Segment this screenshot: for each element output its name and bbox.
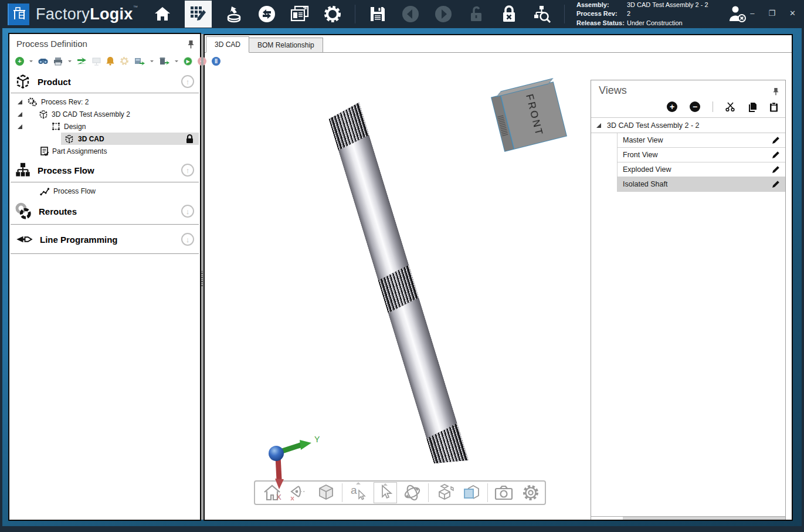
line-programming-section-header[interactable]: Line Programming ↓ [9, 229, 200, 250]
tree-item-assembly[interactable]: 3D CAD Test Assembly 2 [9, 108, 200, 120]
process-definition-button[interactable] [185, 1, 212, 28]
tree-item-part-assignments[interactable]: Part Assignments [9, 145, 200, 157]
panel-splitter[interactable] [201, 34, 203, 520]
views-toolbar: + − [667, 101, 778, 112]
expander-icon[interactable] [18, 124, 22, 129]
viewport-settings-button[interactable] [517, 482, 544, 504]
tree-item-label: 3D CAD [78, 135, 104, 143]
minimize-button[interactable]: – [750, 9, 754, 17]
collapse-up-button[interactable]: ↑ [181, 164, 194, 177]
expand-down-button[interactable]: ↓ [181, 233, 194, 246]
unlock-button[interactable] [466, 4, 487, 25]
cad-cube-icon [65, 134, 74, 144]
tab-views[interactable]: Views [591, 517, 623, 520]
toolbar-separator [342, 483, 342, 502]
materials-icon [226, 5, 242, 23]
pin-button[interactable] [188, 40, 194, 49]
collapse-up-button[interactable]: ↑ [181, 75, 194, 88]
hold-button[interactable]: ‖ [212, 57, 220, 66]
explode-view-button[interactable] [431, 482, 458, 504]
home-button[interactable] [152, 4, 173, 25]
gears-icon [27, 97, 38, 107]
check-out-dropdown[interactable] [150, 60, 154, 64]
section-face-icon [462, 483, 481, 502]
design-sketch-icon [52, 122, 60, 131]
settings-pale-gear-icon[interactable] [120, 56, 129, 66]
materials-button[interactable] [223, 4, 245, 25]
logoff-user-button[interactable] [728, 5, 748, 23]
expander-icon[interactable] [18, 100, 22, 104]
add-view-button[interactable]: + [667, 101, 677, 112]
alerts-bell-icon[interactable] [106, 56, 114, 66]
cut-scissors-icon[interactable] [725, 102, 735, 111]
check-in-icon[interactable] [159, 57, 169, 66]
edit-pencil-icon[interactable] [772, 165, 780, 174]
cad-viewport[interactable]: FRONT Y X [205, 53, 792, 520]
close-button[interactable]: ✕ [789, 9, 796, 17]
print-dropdown[interactable] [68, 60, 72, 64]
add-dropdown[interactable] [29, 60, 33, 64]
snapshot-button[interactable] [490, 482, 517, 504]
reroutes-section-header[interactable]: Reroutes ↓ [9, 201, 200, 222]
line-programming-icon [15, 233, 33, 246]
edit-pencil-icon[interactable] [772, 136, 780, 144]
views-pin-button[interactable] [773, 87, 779, 96]
print-icon[interactable] [53, 57, 63, 66]
panel-toolbar: + [15, 56, 220, 66]
tab-3d-cad[interactable]: 3D CAD [206, 36, 249, 53]
shaft-model[interactable] [327, 102, 469, 470]
views-list: Master View Front View Exploded View [617, 133, 785, 192]
lock-discard-button[interactable] [498, 4, 520, 25]
process-flow-section-header[interactable]: Process Flow ↑ [9, 160, 200, 181]
dropdown-caret[interactable] [383, 483, 388, 486]
check-out-icon[interactable] [134, 57, 145, 66]
section-face-button[interactable] [458, 482, 485, 504]
select-label-button[interactable]: a [345, 482, 372, 504]
remove-view-button[interactable]: − [690, 101, 700, 112]
section-label: Product [38, 77, 71, 87]
view-row-front[interactable]: Front View [618, 148, 785, 162]
tree-item-process-flow[interactable]: Process Flow [9, 184, 200, 198]
expander-icon[interactable] [596, 123, 601, 128]
save-button[interactable] [367, 4, 388, 25]
reorganize-icon[interactable] [77, 57, 87, 66]
expander-icon[interactable] [18, 112, 22, 117]
presentation-icon[interactable] [92, 57, 101, 66]
toolbar-separator [487, 483, 488, 502]
edit-pencil-icon[interactable] [772, 151, 780, 159]
forward-button[interactable] [433, 4, 454, 25]
expand-down-button[interactable]: ↓ [181, 205, 194, 218]
maximize-button[interactable]: ❐ [768, 9, 775, 17]
tab-bom-relationship[interactable]: BOM Relationship [249, 38, 323, 53]
gear-icon [323, 4, 342, 24]
settings-button[interactable] [322, 4, 343, 25]
tree-item-process-rev[interactable]: Process Rev: 2 [9, 96, 200, 108]
transfer-button[interactable] [256, 4, 277, 25]
tree-item-3dcad-selected[interactable]: 3D CAD [61, 133, 199, 145]
paste-clipboard-icon[interactable] [769, 102, 778, 112]
view-row-exploded[interactable]: Exploded View [618, 162, 785, 177]
views-root-node[interactable]: 3D CAD Test Assembly 2 - 2 [591, 117, 785, 133]
flow-path-icon [40, 187, 50, 196]
select-button-selected[interactable] [374, 482, 397, 503]
view-row-isolated-shaft-selected[interactable]: Isolated Shaft [618, 177, 785, 192]
copy-icon[interactable] [748, 102, 757, 112]
view-row-master[interactable]: Master View [618, 133, 785, 148]
save-icon [369, 5, 386, 23]
view-orientation-cube[interactable]: FRONT [491, 82, 567, 152]
where-used-search-button[interactable] [531, 4, 552, 25]
release-button[interactable]: ▸ [184, 57, 192, 66]
edit-pencil-icon[interactable] [772, 180, 780, 188]
back-button[interactable] [400, 4, 421, 25]
add-button[interactable]: + [15, 57, 24, 66]
select-cursor-icon [378, 484, 393, 501]
dropdown-caret[interactable] [356, 482, 361, 484]
documents-button[interactable] [289, 4, 310, 25]
lock-x-icon [501, 5, 517, 23]
orbit-button[interactable] [399, 482, 426, 504]
tab-part-tree[interactable]: Part Tree [623, 517, 664, 520]
tree-item-design[interactable]: Design [9, 120, 200, 133]
find-icon[interactable] [38, 57, 48, 65]
check-in-dropdown[interactable] [175, 60, 178, 64]
product-section-header[interactable]: Product ↑ [9, 72, 200, 92]
